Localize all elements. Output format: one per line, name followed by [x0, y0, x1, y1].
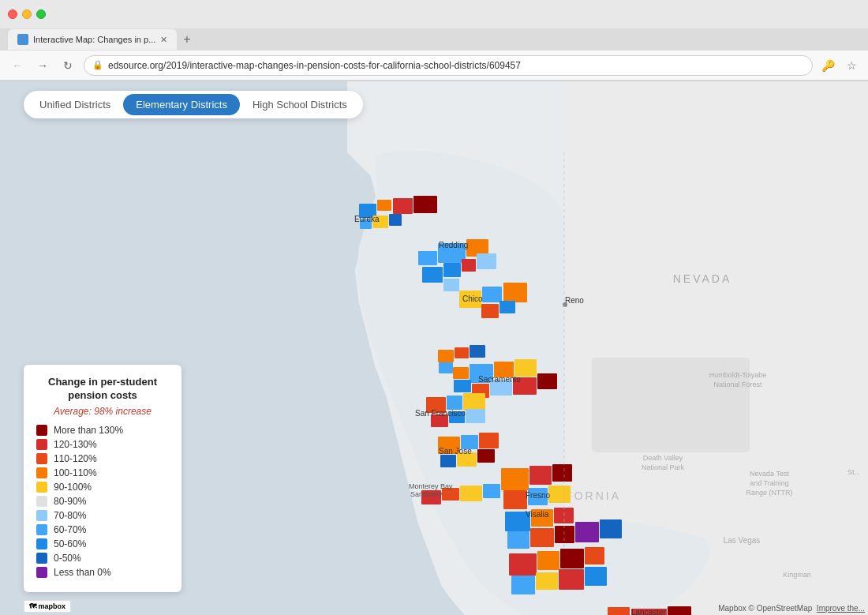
svg-rect-77 [560, 549, 584, 568]
browser-chrome: Interactive Map: Changes in p... ✕ + ← →… [0, 0, 868, 81]
bookmark-icon[interactable]: ☆ [843, 57, 860, 74]
svg-rect-43 [453, 367, 469, 379]
legend-swatch [36, 439, 47, 450]
svg-rect-46 [447, 396, 462, 410]
svg-rect-47 [463, 393, 485, 411]
traffic-lights [8, 9, 46, 19]
tab-favicon [17, 34, 28, 45]
svg-text:Las Vegas: Las Vegas [724, 536, 761, 545]
minimize-window-button[interactable] [22, 9, 32, 19]
osm-credit: Mapbox © OpenStreetMap Improve the... [718, 604, 865, 613]
legend-item: 0-50% [36, 553, 169, 564]
svg-rect-65 [554, 508, 574, 523]
svg-text:Range (NTTR): Range (NTTR) [746, 489, 792, 497]
title-bar [0, 0, 868, 28]
svg-rect-22 [389, 214, 402, 226]
svg-rect-74 [483, 484, 500, 498]
svg-text:Visalia: Visalia [526, 510, 549, 519]
tab-unified-districts[interactable]: Unified Districts [27, 94, 123, 115]
forward-button[interactable]: → [33, 56, 52, 75]
legend-item: More than 130% [36, 425, 169, 436]
svg-rect-42 [537, 373, 557, 389]
legend-label: 110-120% [54, 453, 97, 464]
address-bar[interactable]: 🔒 edsource.org/2019/interactive-map-chan… [84, 55, 813, 76]
svg-text:Fresno: Fresno [526, 491, 551, 500]
legend-label: 70-80% [54, 510, 86, 521]
svg-rect-84 [668, 606, 691, 615]
legend-swatch [36, 496, 47, 507]
svg-rect-58 [529, 466, 552, 485]
svg-rect-38 [514, 359, 537, 377]
legend-item: 50-60% [36, 538, 169, 549]
legend-swatch [36, 510, 47, 521]
legend-swatch [36, 453, 47, 464]
new-tab-button[interactable]: + [178, 32, 195, 47]
svg-text:San Jose: San Jose [439, 447, 472, 456]
legend-item: 60-70% [36, 524, 169, 535]
svg-rect-99 [455, 347, 469, 358]
svg-rect-33 [503, 283, 527, 302]
svg-rect-50 [466, 409, 485, 423]
legend-average: Average: 98% increase [36, 406, 169, 417]
tab-title: Interactive Map: Changes in p... [33, 35, 155, 44]
legend-swatch [36, 553, 47, 564]
svg-rect-82 [585, 567, 607, 586]
svg-text:Chico: Chico [462, 294, 483, 303]
legend-item: Less than 0% [36, 567, 169, 578]
svg-rect-81 [559, 569, 584, 590]
svg-text:Nevada Test: Nevada Test [750, 470, 789, 478]
svg-rect-30 [443, 279, 459, 291]
svg-text:Eureka: Eureka [354, 215, 380, 223]
mapbox-logo: 🗺 mapbox [24, 600, 71, 613]
refresh-button[interactable]: ↻ [58, 56, 77, 75]
svg-text:National Park: National Park [642, 463, 685, 471]
url-text: edsource.org/2019/interactive-map-change… [108, 60, 804, 71]
legend-label: 80-90% [54, 496, 86, 507]
tab-close-button[interactable]: ✕ [160, 35, 167, 45]
nav-actions: 🔑 ☆ [819, 57, 860, 74]
legend-label: 0-50% [54, 553, 81, 564]
svg-rect-29 [422, 267, 443, 283]
legend-item: 90-100% [36, 482, 169, 493]
legend-label: 100-110% [54, 467, 97, 478]
close-window-button[interactable] [8, 9, 17, 19]
improve-map-link[interactable]: Improve the... [817, 604, 865, 613]
svg-rect-35 [499, 301, 515, 313]
maximize-window-button[interactable] [36, 9, 46, 19]
svg-rect-66 [507, 531, 529, 549]
nav-bar: ← → ↻ 🔒 edsource.org/2019/interactive-ma… [0, 51, 868, 81]
svg-rect-80 [536, 572, 558, 590]
svg-rect-32 [482, 287, 502, 302]
back-button[interactable]: ← [8, 56, 27, 75]
svg-rect-59 [552, 464, 572, 482]
svg-text:Kingman: Kingman [783, 571, 811, 579]
svg-rect-67 [530, 528, 554, 547]
active-tab[interactable]: Interactive Map: Changes in p... ✕ [8, 29, 177, 50]
svg-rect-57 [501, 468, 529, 490]
legend: Change in per-studentpension costs Avera… [24, 365, 181, 592]
tab-highschool-districts[interactable]: High School Districts [240, 94, 360, 115]
legend-item: 70-80% [36, 510, 169, 521]
map-container[interactable]: NEVADA CALIFORNIA Humboldt-Toiyabe Natio… [0, 81, 868, 615]
legend-swatch [36, 567, 47, 578]
tab-elementary-districts[interactable]: Elementary Districts [123, 94, 240, 115]
legend-swatch [36, 524, 47, 535]
legend-items: More than 130%120-130%110-120%100-110%90… [36, 425, 169, 578]
svg-rect-60 [503, 490, 527, 509]
svg-rect-44 [454, 380, 471, 392]
legend-label: 50-60% [54, 538, 86, 549]
svg-rect-62 [548, 486, 571, 503]
svg-rect-70 [600, 519, 622, 538]
svg-text:San Francisco: San Francisco [415, 409, 466, 418]
svg-rect-18 [393, 198, 413, 214]
svg-rect-100 [470, 345, 485, 358]
svg-rect-101 [439, 362, 453, 373]
legend-label: More than 130% [54, 425, 123, 436]
mapbox-credit: 🗺 mapbox [24, 600, 71, 613]
password-manager-icon[interactable]: 🔑 [819, 57, 836, 74]
svg-text:Redding: Redding [439, 241, 468, 249]
legend-item: 120-130% [36, 439, 169, 450]
lock-icon: 🔒 [92, 60, 103, 70]
filter-tabs: Unified Districts Elementary Districts H… [24, 91, 363, 118]
svg-rect-28 [418, 251, 437, 265]
